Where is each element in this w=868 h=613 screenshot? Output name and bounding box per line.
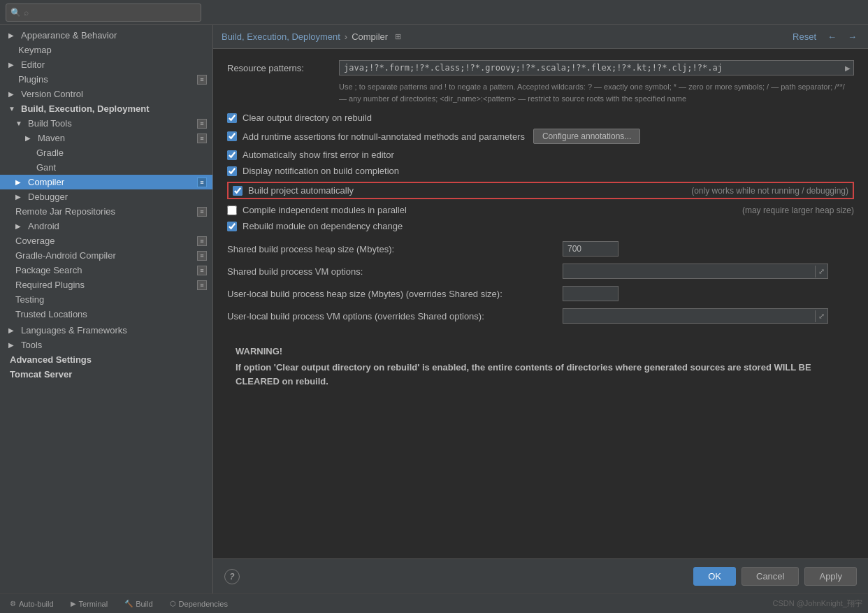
sidebar-item-keymap[interactable]: Keymap	[0, 43, 212, 57]
warning-title: WARNING!	[236, 346, 846, 356]
search-input[interactable]	[24, 8, 196, 17]
expand-icon: ▶	[15, 178, 25, 186]
sidebar-item-advanced-settings[interactable]: Advanced Settings	[0, 352, 212, 367]
sidebar-item-maven[interactable]: ▶ Maven ≡	[0, 131, 212, 145]
configure-annotations-button[interactable]: Configure annotations...	[533, 129, 640, 144]
auto-show-error-row: Automatically show first error in editor	[227, 150, 854, 160]
user-vm-options-input-wrapper: ⤢	[563, 308, 828, 324]
remote-jar-badge: ≡	[197, 207, 207, 217]
auto-show-error-checkbox[interactable]	[227, 150, 237, 160]
toolbar-build[interactable]: 🔨 Build	[120, 598, 157, 610]
watermark: CSDN @JohnKnight_翔宇	[772, 598, 862, 609]
auto-build-label: Auto-build	[19, 600, 54, 608]
toolbar-dependencies[interactable]: ⬡ Dependencies	[166, 598, 232, 610]
sidebar-item-coverage[interactable]: Coverage ≡	[0, 233, 212, 248]
sidebar-label: Maven	[38, 133, 65, 143]
sidebar-item-build-tools[interactable]: ▼ Build Tools ≡	[0, 116, 212, 131]
scroll-right-icon[interactable]: ▶	[842, 63, 853, 73]
clear-output-row: Clear output directory on rebuild	[227, 113, 854, 123]
user-heap-size-label: User-local build process heap size (Mbyt…	[227, 289, 563, 299]
rebuild-module-checkbox[interactable]	[227, 222, 237, 231]
sidebar-item-gradle-android[interactable]: Gradle-Android Compiler ≡	[0, 248, 212, 263]
heap-size-input[interactable]	[563, 241, 619, 257]
sidebar-item-tools[interactable]: ▶ Tools	[0, 338, 212, 352]
compile-independent-note: (may require larger heap size)	[742, 205, 854, 215]
maven-badge: ≡	[197, 134, 207, 143]
reset-button[interactable]: Reset	[790, 30, 819, 43]
search-box[interactable]: 🔍	[6, 3, 201, 22]
sidebar-item-editor[interactable]: ▶ Editor	[0, 57, 212, 72]
heap-size-row: Shared build process heap size (Mbytes):	[227, 241, 854, 257]
forward-button[interactable]: →	[845, 30, 860, 43]
user-vm-options-input[interactable]	[563, 309, 815, 323]
sidebar-label: Gant	[36, 162, 56, 173]
warning-body: If option 'Clear output directory on reb…	[236, 361, 846, 388]
sidebar-item-version-control[interactable]: ▶ Version Control	[0, 87, 212, 101]
sidebar-label: Debugger	[28, 192, 68, 202]
sidebar-label: Appearance & Behavior	[21, 30, 117, 41]
runtime-assertions-checkbox[interactable]	[227, 131, 237, 141]
breadcrumb-parent[interactable]: Build, Execution, Deployment	[222, 31, 340, 42]
expand-icon: ▶	[8, 61, 18, 68]
help-button[interactable]: ?	[224, 569, 240, 584]
build-automatically-checkbox[interactable]	[233, 186, 243, 196]
user-vm-options-label: User-local build process VM options (ove…	[227, 311, 563, 322]
user-heap-size-input[interactable]	[563, 286, 619, 301]
sidebar-item-android[interactable]: ▶ Android	[0, 219, 212, 233]
sidebar-item-languages[interactable]: ▶ Languages & Frameworks	[0, 323, 212, 338]
apply-button[interactable]: Apply	[804, 567, 857, 586]
expand-icon: ▼	[8, 105, 18, 113]
sidebar-label: Required Plugins	[15, 280, 85, 290]
auto-show-error-label: Automatically show first error in editor	[243, 150, 394, 160]
sidebar-item-testing[interactable]: Testing	[0, 292, 212, 307]
expand-icon: ▶	[8, 341, 18, 349]
main-layout: ▶ Appearance & Behavior Keymap ▶ Editor …	[0, 25, 868, 593]
user-vm-options-row: User-local build process VM options (ove…	[227, 308, 854, 324]
sidebar-item-trusted-locations[interactable]: Trusted Locations	[0, 307, 212, 322]
sidebar-label: Advanced Settings	[10, 354, 92, 365]
sidebar-item-package-search[interactable]: Package Search ≡	[0, 263, 212, 277]
user-heap-size-row: User-local build process heap size (Mbyt…	[227, 286, 854, 301]
clear-output-checkbox[interactable]	[227, 113, 237, 123]
sidebar-item-remote-jar[interactable]: Remote Jar Repositories ≡	[0, 204, 212, 219]
breadcrumb-actions: Reset ← →	[790, 30, 860, 43]
resource-patterns-input[interactable]	[340, 61, 842, 75]
expand-vm-options-icon[interactable]: ⤢	[815, 266, 827, 277]
compile-independent-label: Compile independent modules in parallel	[243, 205, 407, 215]
sidebar-item-plugins[interactable]: Plugins ≡	[0, 72, 212, 87]
auto-build-icon: ⚙	[10, 600, 16, 607]
toolbar-auto-build[interactable]: ⚙ Auto-build	[6, 598, 58, 610]
sidebar-label: Languages & Frameworks	[21, 325, 127, 336]
sidebar-label: Editor	[21, 59, 45, 70]
sidebar-item-build-execution[interactable]: ▼ Build, Execution, Deployment	[0, 101, 212, 116]
bottom-action-bar: ? OK Cancel Apply	[213, 558, 868, 593]
content-area: Build, Execution, Deployment › Compiler …	[213, 25, 868, 593]
sidebar-item-compiler[interactable]: ▶ Compiler ≡	[0, 175, 212, 189]
sidebar-label: Tools	[21, 340, 42, 350]
vm-options-input[interactable]	[563, 264, 815, 278]
clear-output-label: Clear output directory on rebuild	[243, 113, 372, 123]
ok-button[interactable]: OK	[693, 567, 736, 586]
compile-independent-checkbox[interactable]	[227, 205, 237, 215]
sidebar-item-appearance[interactable]: ▶ Appearance & Behavior	[0, 28, 212, 43]
terminal-label: Terminal	[79, 600, 108, 608]
rebuild-module-label: Rebuild module on dependency change	[243, 221, 403, 231]
sidebar-label: Package Search	[15, 265, 82, 275]
cancel-button[interactable]: Cancel	[742, 567, 799, 586]
expand-icon: ▼	[15, 120, 25, 127]
sidebar: ▶ Appearance & Behavior Keymap ▶ Editor …	[0, 25, 213, 593]
sidebar-item-tomcat[interactable]: Tomcat Server	[0, 367, 212, 382]
breadcrumb-separator: ›	[345, 31, 347, 42]
build-label: Build	[136, 600, 152, 608]
sidebar-item-gant[interactable]: Gant	[0, 160, 212, 175]
display-notification-checkbox[interactable]	[227, 166, 237, 176]
sidebar-item-required-plugins[interactable]: Required Plugins ≡	[0, 277, 212, 292]
build-automatically-label: Build project automatically	[248, 185, 354, 196]
expand-icon: ▶	[25, 134, 35, 142]
back-button[interactable]: ←	[825, 30, 839, 43]
toolbar-terminal[interactable]: ▶ Terminal	[66, 598, 113, 610]
sidebar-label: Build Tools	[28, 118, 72, 129]
expand-user-vm-options-icon[interactable]: ⤢	[815, 310, 827, 322]
sidebar-item-debugger[interactable]: ▶ Debugger	[0, 189, 212, 204]
sidebar-item-gradle[interactable]: Gradle	[0, 145, 212, 160]
